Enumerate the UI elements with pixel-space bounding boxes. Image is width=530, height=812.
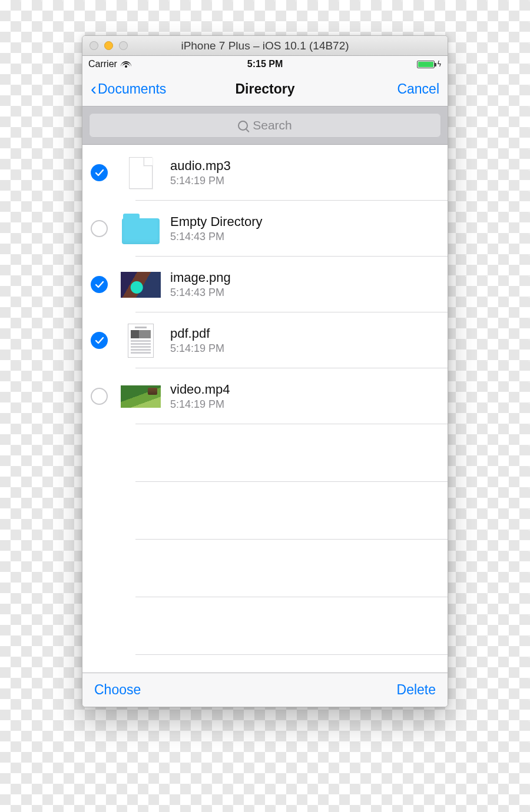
wifi-icon bbox=[121, 61, 131, 68]
file-time: 5:14:43 PM bbox=[170, 231, 262, 243]
selection-checkmark-icon[interactable] bbox=[91, 332, 108, 349]
file-list[interactable]: audio.mp3 5:14:19 PM Empty Directory 5:1… bbox=[82, 145, 448, 673]
file-name: image.png bbox=[170, 270, 231, 285]
list-item[interactable]: video.mp4 5:14:19 PM bbox=[82, 368, 448, 424]
search-icon bbox=[238, 121, 248, 131]
file-name: video.mp4 bbox=[170, 382, 230, 397]
list-item[interactable]: audio.mp3 5:14:19 PM bbox=[82, 145, 448, 201]
nav-title: Directory bbox=[236, 81, 295, 97]
list-item[interactable]: image.png 5:14:43 PM bbox=[82, 257, 448, 312]
search-placeholder: Search bbox=[253, 118, 292, 132]
search-bar-container: Search bbox=[82, 107, 448, 145]
file-time: 5:14:19 PM bbox=[170, 342, 224, 355]
file-time: 5:14:19 PM bbox=[170, 175, 231, 187]
choose-button[interactable]: Choose bbox=[94, 682, 141, 698]
list-item-empty bbox=[82, 424, 448, 482]
list-item[interactable]: Empty Directory 5:14:43 PM bbox=[82, 201, 448, 257]
folder-icon bbox=[121, 209, 161, 249]
status-time: 5:15 PM bbox=[247, 59, 283, 69]
selection-circle-icon[interactable] bbox=[91, 220, 108, 237]
file-icon bbox=[121, 153, 161, 193]
search-input[interactable]: Search bbox=[89, 113, 441, 138]
selection-checkmark-icon[interactable] bbox=[91, 164, 108, 181]
image-thumb-icon bbox=[121, 265, 161, 305]
back-button[interactable]: ‹ Documents bbox=[91, 81, 166, 98]
battery-icon bbox=[417, 61, 435, 68]
nav-bar: ‹ Documents Directory Cancel bbox=[82, 72, 448, 107]
cancel-button[interactable]: Cancel bbox=[397, 81, 439, 97]
simulator-title: iPhone 7 Plus – iOS 10.1 (14B72) bbox=[82, 39, 448, 52]
back-label: Documents bbox=[98, 81, 166, 97]
mac-titlebar: iPhone 7 Plus – iOS 10.1 (14B72) bbox=[82, 36, 448, 56]
ios-status-bar: Carrier 5:15 PM ϟ bbox=[82, 56, 448, 72]
chevron-left-icon: ‹ bbox=[91, 80, 97, 98]
selection-checkmark-icon[interactable] bbox=[91, 276, 108, 293]
file-time: 5:14:43 PM bbox=[170, 287, 231, 299]
file-time: 5:14:19 PM bbox=[170, 398, 230, 411]
charging-icon: ϟ bbox=[437, 60, 442, 68]
file-name: pdf.pdf bbox=[170, 326, 224, 341]
delete-button[interactable]: Delete bbox=[397, 682, 436, 698]
list-item-empty bbox=[82, 540, 448, 597]
carrier-label: Carrier bbox=[88, 59, 117, 69]
simulator-window: iPhone 7 Plus – iOS 10.1 (14B72) Carrier… bbox=[82, 35, 448, 707]
file-name: Empty Directory bbox=[170, 214, 262, 229]
bottom-toolbar: Choose Delete bbox=[82, 673, 448, 707]
selection-circle-icon[interactable] bbox=[91, 388, 108, 405]
list-item-empty bbox=[82, 482, 448, 540]
list-item-empty bbox=[82, 597, 448, 655]
pdf-thumb-icon bbox=[121, 321, 161, 361]
list-item[interactable]: pdf.pdf 5:14:19 PM bbox=[82, 312, 448, 368]
file-name: audio.mp3 bbox=[170, 158, 231, 174]
video-thumb-icon bbox=[121, 377, 161, 417]
